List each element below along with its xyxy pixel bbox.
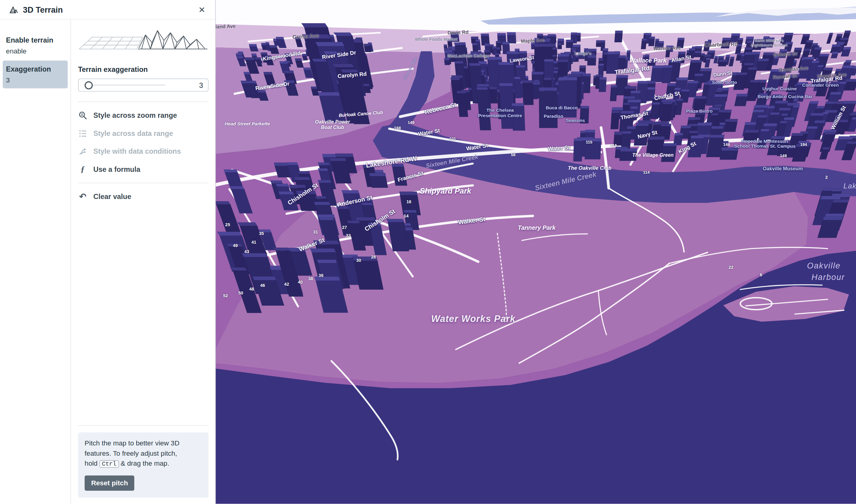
slider-knob[interactable] [85, 81, 93, 89]
pitch-hint-text: Pitch the map to better view 3D features… [85, 438, 202, 469]
exaggeration-slider[interactable]: 3 [78, 78, 209, 91]
zoom-style-icon [78, 111, 87, 120]
undo-icon: ↶ [78, 192, 87, 201]
panel-title: 3D Terrain [23, 5, 63, 14]
clear-value-button[interactable]: ↶ Clear value [78, 187, 209, 206]
property-value: 3 [6, 76, 64, 84]
data-conditions-icon [78, 147, 87, 156]
formula-icon: ƒ [78, 165, 87, 174]
screen: 3D Terrain ✕ Enable terrain enable Exagg… [0, 0, 856, 504]
slider-track[interactable] [83, 85, 166, 86]
clear-value-label: Clear value [93, 192, 131, 200]
spacer [78, 206, 209, 425]
property-label: Enable terrain [6, 36, 64, 44]
property-value: enable [6, 48, 64, 55]
terrain-icon [10, 5, 18, 14]
property-label: Exaggeration [6, 65, 64, 73]
panel-body: Enable terrain enable Exaggeration 3 [0, 20, 215, 504]
style-across-zoom-range-button[interactable]: Style across zoom range [78, 106, 209, 124]
exaggeration-editor: Terrain exaggeration 3 Style across zoom… [71, 20, 216, 504]
style-with-data-conditions-button: Style with data conditions [78, 142, 209, 160]
property-exaggeration[interactable]: Exaggeration 3 [3, 60, 68, 88]
exaggeration-label: Terrain exaggeration [78, 66, 209, 74]
panel-header: 3D Terrain ✕ [0, 0, 215, 20]
data-range-icon [78, 129, 87, 138]
terrain-panel: 3D Terrain ✕ Enable terrain enable Exagg… [0, 0, 216, 504]
option-label: Style across zoom range [93, 111, 177, 119]
option-label: Use a formula [93, 165, 140, 173]
use-a-formula-button[interactable]: ƒ Use a formula [78, 160, 209, 178]
style-across-data-range-button: Style across data range [78, 124, 209, 143]
reset-pitch-button[interactable]: Reset pitch [85, 475, 135, 491]
property-enable-terrain[interactable]: Enable terrain enable [3, 32, 68, 59]
map-render [216, 0, 856, 504]
option-label: Style across data range [93, 129, 173, 138]
pitch-hint-box: Pitch the map to better view 3D features… [78, 432, 209, 498]
slider-value: 3 [199, 81, 203, 89]
property-list: Enable terrain enable Exaggeration 3 [0, 20, 71, 504]
ctrl-keycap: Ctrl [99, 460, 119, 468]
terrain-mesh-illustration [78, 26, 209, 51]
close-icon[interactable]: ✕ [198, 4, 206, 15]
map-canvas[interactable]: Lakeshore Rd WRebecca StWater StWater St… [216, 0, 856, 504]
option-label: Style with data conditions [93, 147, 181, 155]
